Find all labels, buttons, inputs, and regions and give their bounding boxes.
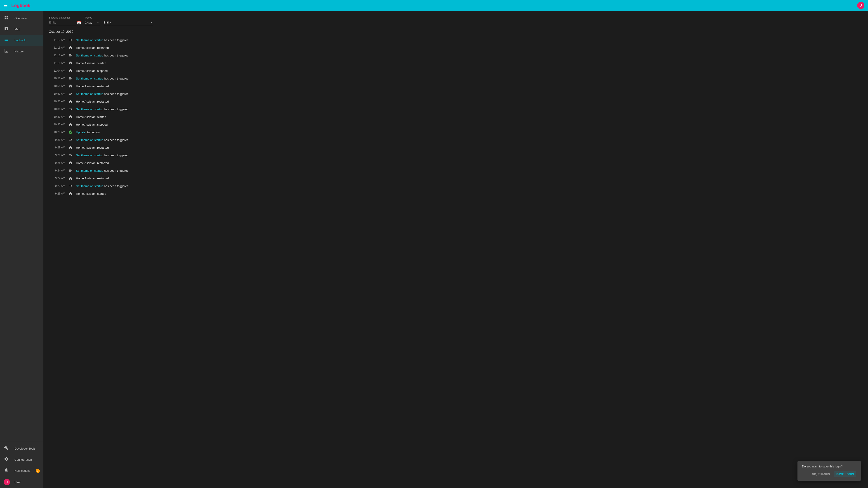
topbar-avatar[interactable]: U xyxy=(857,2,864,9)
log-entry-text: has been triggered xyxy=(103,54,129,57)
sidebar-item-developer-tools[interactable]: Developer Tools xyxy=(0,443,43,454)
log-entry-link[interactable]: Set theme on startup xyxy=(76,138,103,142)
log-entry-link[interactable]: Set theme on startup xyxy=(76,154,103,157)
bell-icon xyxy=(4,468,9,474)
log-icon xyxy=(68,106,73,112)
entity-select-wrapper: Entity xyxy=(103,20,153,25)
log-entry: 10:28 AM Updater turned on xyxy=(49,128,863,136)
layout: Overview Map Logbook History xyxy=(0,11,868,488)
log-entry: 9:23 AM Set theme on startup has been tr… xyxy=(49,182,863,190)
log-time: 10:51 AM xyxy=(49,77,65,80)
log-entry: 11:13 AM Set theme on startup has been t… xyxy=(49,36,863,44)
log-entry-text: has been triggered xyxy=(103,92,129,96)
sidebar-item-history[interactable]: History xyxy=(0,46,43,57)
log-entry-link[interactable]: Updater xyxy=(76,131,86,134)
log-time: 9:23 AM xyxy=(49,184,65,188)
chart-icon xyxy=(4,48,9,54)
log-entries: 11:13 AM Set theme on startup has been t… xyxy=(49,36,863,197)
wrench-icon xyxy=(4,446,9,451)
log-text: Set theme on startup has been triggered xyxy=(76,169,129,172)
menu-icon[interactable]: ☰ xyxy=(4,3,8,8)
log-text: Set theme on startup has been triggered xyxy=(76,107,129,111)
gear-icon xyxy=(4,457,9,462)
log-entry-text: Home Assistant started xyxy=(76,115,106,119)
log-entry: 9:26 AM Set theme on startup has been tr… xyxy=(49,151,863,159)
log-icon xyxy=(68,114,73,120)
log-entry: 9:23 AM Home Assistant started xyxy=(49,190,863,197)
log-entry-link[interactable]: Set theme on startup xyxy=(76,92,103,96)
log-text: Home Assistant restarted xyxy=(76,46,109,50)
log-entry-text: Home Assistant started xyxy=(76,192,106,195)
log-entry-link[interactable]: Set theme on startup xyxy=(76,169,103,172)
sidebar-item-notifications-label: Notifications xyxy=(14,469,31,473)
log-time: 10:30 AM xyxy=(49,123,65,126)
sidebar-item-configuration-label: Configuration xyxy=(14,458,32,461)
log-time: 9:24 AM xyxy=(49,177,65,180)
log-text: Updater turned on xyxy=(76,131,100,134)
log-entry: 10:51 AM Home Assistant restarted xyxy=(49,82,863,90)
log-text: Home Assistant restarted xyxy=(76,146,109,149)
sidebar-item-map[interactable]: Map xyxy=(0,24,43,35)
log-entry-link[interactable]: Set theme on startup xyxy=(76,54,103,57)
log-entry-text: Home Assistant restarted xyxy=(76,100,109,103)
log-entry: 10:50 AM Set theme on startup has been t… xyxy=(49,90,863,98)
log-entry-link[interactable]: Set theme on startup xyxy=(76,107,103,111)
sidebar-bottom: Developer Tools Configuration Notificati… xyxy=(0,441,43,488)
log-text: Home Assistant restarted xyxy=(76,85,109,88)
period-select-wrapper: 1 day 3 days 1 week xyxy=(85,20,100,25)
main-content: Showing entries for 📅 Period 1 day 3 day… xyxy=(43,11,868,488)
log-entry: 11:11 AM Home Assistant started xyxy=(49,59,863,67)
entity-select[interactable]: Entity xyxy=(103,20,153,25)
sidebar-item-logbook-label: Logbook xyxy=(14,39,26,42)
log-time: 11:11 AM xyxy=(49,61,65,65)
log-time: 11:13 AM xyxy=(49,38,65,41)
sidebar-item-history-label: History xyxy=(14,50,24,53)
log-entry-text: Home Assistant restarted xyxy=(76,46,109,50)
log-text: Home Assistant stopped xyxy=(76,123,107,126)
calendar-icon[interactable]: 📅 xyxy=(77,21,81,25)
sidebar-item-notifications[interactable]: Notifications 1 xyxy=(0,465,43,476)
log-text: Set theme on startup has been triggered xyxy=(76,77,129,80)
log-icon xyxy=(68,137,73,142)
toast-save-button[interactable]: SAVE LOGIN xyxy=(834,471,856,477)
log-time: 9:28 AM xyxy=(49,138,65,141)
log-entry-text: turned on xyxy=(86,131,100,134)
log-time: 11:04 AM xyxy=(49,69,65,72)
log-entry-link[interactable]: Set theme on startup xyxy=(76,77,103,80)
log-icon xyxy=(68,45,73,51)
log-text: Set theme on startup has been triggered xyxy=(76,138,129,142)
log-entry: 9:28 AM Set theme on startup has been tr… xyxy=(49,136,863,144)
sidebar-item-overview[interactable]: Overview xyxy=(0,13,43,24)
log-entry-text: Home Assistant stopped xyxy=(76,69,107,72)
log-icon xyxy=(68,37,73,43)
log-entry: 10:50 AM Home Assistant restarted xyxy=(49,98,863,105)
log-time: 9:23 AM xyxy=(49,192,65,195)
sidebar: Overview Map Logbook History xyxy=(0,11,43,488)
toast-dismiss-button[interactable]: NO, THANKS xyxy=(810,471,832,477)
log-time: 10:51 AM xyxy=(49,85,65,88)
log-time: 9:26 AM xyxy=(49,154,65,157)
log-entry-text: has been triggered xyxy=(103,138,129,142)
date-input-row: 📅 xyxy=(49,20,81,25)
log-entry-link[interactable]: Set theme on startup xyxy=(76,38,103,42)
log-time: 10:31 AM xyxy=(49,115,65,119)
log-icon xyxy=(68,99,73,104)
list-icon xyxy=(4,37,9,43)
period-select[interactable]: 1 day 3 days 1 week xyxy=(85,20,100,25)
topbar: ☰ Logbook U xyxy=(0,0,868,11)
sidebar-item-configuration[interactable]: Configuration xyxy=(0,454,43,465)
sidebar-item-user[interactable]: U User xyxy=(0,476,43,488)
sidebar-item-map-label: Map xyxy=(14,28,20,31)
log-entry-text: Home Assistant restarted xyxy=(76,85,109,88)
log-entry: 10:31 AM Set theme on startup has been t… xyxy=(49,105,863,113)
log-icon xyxy=(68,68,73,73)
log-entry: 10:51 AM Set theme on startup has been t… xyxy=(49,74,863,82)
showing-entries-label: Showing entries for xyxy=(49,16,81,19)
sidebar-item-logbook[interactable]: Logbook xyxy=(0,35,43,46)
log-text: Home Assistant started xyxy=(76,115,106,119)
toast-notification: Do you want to save this login? NO, THAN… xyxy=(798,461,861,481)
date-input[interactable] xyxy=(49,20,76,25)
log-text: Home Assistant started xyxy=(76,61,106,65)
log-entry: 9:28 AM Home Assistant restarted xyxy=(49,144,863,151)
log-entry-link[interactable]: Set theme on startup xyxy=(76,184,103,188)
